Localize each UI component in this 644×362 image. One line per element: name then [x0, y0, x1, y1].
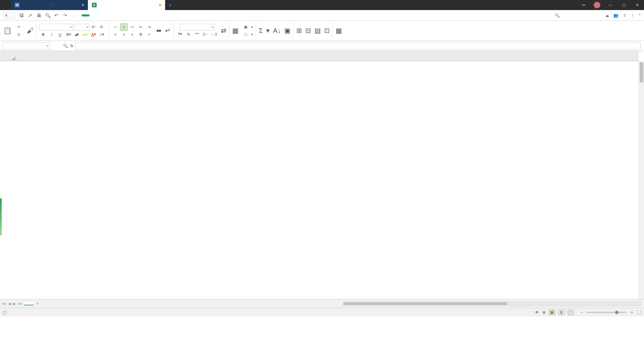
select-all-corner[interactable]	[0, 51, 16, 61]
cut-button[interactable]: ✂	[15, 23, 22, 31]
font-name-combo[interactable]	[39, 24, 73, 31]
sum-group[interactable]: Σ	[257, 21, 264, 40]
horizontal-scrollbar[interactable]	[343, 302, 641, 306]
align-justify-button[interactable]: ≣	[137, 31, 144, 38]
tab-page-layout[interactable]	[98, 14, 104, 17]
copy-button[interactable]: ⎘	[15, 31, 22, 38]
italic-button[interactable]: I	[48, 31, 55, 38]
type-convert-group[interactable]: ⇄	[219, 21, 228, 40]
spreadsheet-grid[interactable]	[0, 51, 644, 299]
percent-button[interactable]: %	[185, 31, 192, 38]
save-icon[interactable]: 🖫	[18, 12, 25, 19]
orientation-button[interactable]: ⤢	[145, 31, 153, 38]
cond-format-group[interactable]: ▦	[231, 21, 240, 40]
font-color-button[interactable]: A▾	[90, 31, 97, 38]
align-middle-button[interactable]: ≡	[120, 23, 128, 31]
tab-resources[interactable]	[149, 14, 156, 17]
record-macro-icon[interactable]: ▢	[3, 310, 6, 315]
column-headers[interactable]	[16, 51, 639, 61]
notification-badge[interactable]	[577, 0, 590, 10]
clear-format-button[interactable]: ◇▾	[98, 31, 106, 38]
worksheet-group[interactable]: ▤	[313, 21, 322, 40]
table-tools-group[interactable]: ▦	[334, 21, 343, 40]
sheet-prev-icon[interactable]: ◀	[8, 301, 11, 306]
tab-spreadsheet[interactable]: S	[88, 0, 165, 10]
share-button[interactable]: ⇪	[623, 13, 627, 18]
more-icon[interactable]: ⋮	[631, 13, 635, 18]
align-right-button[interactable]: ≡	[129, 31, 136, 38]
fill-group[interactable]: ▣	[283, 21, 292, 40]
sheet-tab-1[interactable]	[24, 302, 34, 305]
fx-icon[interactable]: fx	[70, 44, 73, 48]
align-top-button[interactable]: ⬴	[112, 23, 119, 31]
tab-formula[interactable]	[105, 14, 112, 17]
font-size-combo[interactable]	[74, 24, 89, 31]
zoom-slider[interactable]	[586, 312, 627, 313]
merge-group[interactable]: ⬌	[155, 21, 163, 40]
eye-icon[interactable]: 👁	[535, 310, 539, 315]
name-box[interactable]	[3, 42, 50, 50]
cells-group[interactable]: ⊞	[295, 21, 303, 40]
align-left-button[interactable]: ≡	[112, 31, 119, 38]
align-bottom-button[interactable]: ⬵	[129, 23, 136, 31]
border-button[interactable]: ⊞▾	[65, 31, 72, 38]
bold-button[interactable]: B	[40, 31, 47, 38]
cell-style-button[interactable]: ▢	[242, 31, 249, 38]
export-icon[interactable]: ↗	[27, 12, 34, 19]
zoom-out-button[interactable]: −	[581, 310, 583, 315]
view-page-button[interactable]: ▥	[558, 310, 564, 315]
window-minimize[interactable]: ―	[604, 0, 617, 10]
tab-dev-tools[interactable]	[135, 14, 141, 17]
indent-decrease-button[interactable]: ⇤	[137, 23, 144, 31]
vertical-scrollbar[interactable]	[639, 61, 644, 299]
highlight-button[interactable]: ▬▾	[82, 31, 89, 38]
search-input[interactable]: 🔍	[555, 13, 602, 18]
tab-insert[interactable]	[90, 14, 97, 17]
undo-icon[interactable]: ↶	[53, 12, 60, 19]
window-maximize[interactable]: ▢	[617, 0, 631, 10]
redo-icon[interactable]: ↷	[61, 12, 69, 19]
view-normal-button[interactable]: ▦	[549, 310, 555, 315]
print-icon[interactable]: 🖶	[35, 12, 43, 19]
formula-input[interactable]	[75, 42, 641, 50]
collapse-ribbon-icon[interactable]: ⌃	[638, 13, 641, 18]
user-avatar[interactable]	[590, 0, 604, 10]
sheet-next-icon[interactable]: ▶	[13, 301, 16, 306]
underline-button[interactable]: U	[56, 31, 64, 38]
sheet-add-button[interactable]: ＋	[34, 301, 42, 306]
sort-group[interactable]: A↓	[271, 21, 282, 40]
file-menu[interactable]: ≡ ⌄	[3, 12, 15, 19]
indent-increase-button[interactable]: ⇥	[145, 23, 153, 31]
paste-group[interactable]: 📋	[2, 21, 13, 40]
zoom-fx-icon[interactable]: 🔍	[63, 44, 68, 48]
tab-data[interactable]	[112, 14, 119, 17]
sheet-last-icon[interactable]: ⏭	[18, 301, 22, 306]
format-painter-group[interactable]: 🖌	[26, 21, 35, 40]
sheet-first-icon[interactable]: ⏮	[2, 301, 6, 306]
comma-button[interactable]: ººº	[193, 31, 201, 38]
view-break-button[interactable]: ▢	[568, 310, 574, 315]
tab-smart-tools[interactable]	[157, 14, 163, 17]
table-style-button[interactable]: ▦	[242, 23, 249, 31]
unsaved-indicator[interactable]: ☁	[605, 13, 610, 18]
zoom-in-button[interactable]: ＋	[630, 309, 634, 315]
decrease-decimal-button[interactable]: ←.0	[210, 31, 217, 38]
align-center-button[interactable]: ≡	[120, 31, 128, 38]
window-close[interactable]: ✕	[631, 0, 644, 10]
increase-font-icon[interactable]: A⁺	[90, 23, 98, 31]
filter-group[interactable]: ▾	[265, 21, 271, 40]
currency-button[interactable]: ¥▾	[177, 31, 184, 38]
tab-view[interactable]	[127, 14, 134, 17]
freeze-group[interactable]: ⊡	[323, 21, 331, 40]
increase-decimal-button[interactable]: .0→	[202, 31, 209, 38]
tab-home[interactable]	[0, 0, 11, 10]
wrap-group[interactable]: ↵	[164, 21, 172, 40]
decrease-font-icon[interactable]: A⁻	[99, 23, 106, 31]
collab-button[interactable]: 👥	[613, 13, 620, 18]
chevron-down-icon[interactable]: ⌄	[70, 12, 78, 19]
tab-docx[interactable]: W ⛶	[11, 0, 88, 10]
tab-review[interactable]	[120, 14, 127, 17]
rowcol-group[interactable]: ⊟	[304, 21, 312, 40]
tab-start[interactable]	[82, 14, 90, 16]
tab-member[interactable]	[142, 14, 149, 17]
